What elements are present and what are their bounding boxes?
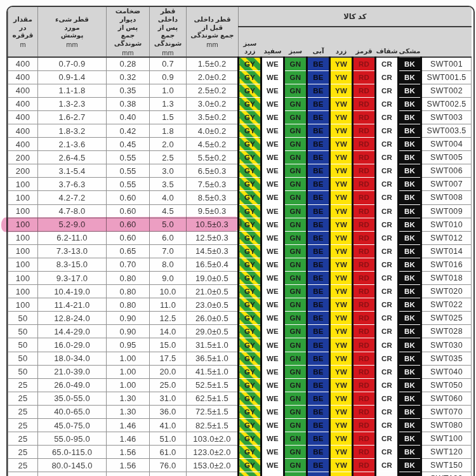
color-name-text: شفاف [376, 47, 399, 55]
object-diameter-cell: 1.6-2.7 [38, 110, 107, 124]
measure-unit-label: mm [187, 41, 238, 48]
wall-thickness-cell: 0.90 [107, 325, 150, 338]
wall-thickness-cell: 0.42 [107, 124, 150, 137]
wall-thickness-cell: 0.38 [107, 97, 150, 110]
table-row: 4001.1-1.80.351.02.5±0.2GYWEGNBEYWRDCRBK… [8, 84, 472, 97]
color-code-cell-cr: CR [376, 419, 399, 432]
wall-thickness-cell: 0.95 [107, 338, 150, 352]
product-code-cell: SWT010 [421, 218, 472, 231]
color-code-cell-yw: YW [330, 244, 353, 258]
color-code-cell-gn: GN [284, 164, 307, 178]
color-name-header-bk: مشکی [399, 27, 421, 57]
color-code-cell-yw: YW [330, 178, 353, 191]
color-code-cell-rd: RD [353, 285, 376, 298]
product-code-cell: SWT014 [421, 244, 472, 258]
color-code-cell-be: BE [307, 432, 330, 446]
color-code-cell-we: WE [261, 419, 284, 432]
color-code-cell-bk: BK [399, 285, 421, 298]
color-code-cell-be: BE [307, 392, 330, 405]
color-code-cell-rd: RD [353, 218, 376, 231]
color-code-cell-cr: CR [376, 97, 399, 110]
wall-thickness-cell: 0.55 [107, 164, 150, 178]
diameter-after-cell: 51.0 [150, 432, 187, 446]
spool-amount-cell: 200 [8, 164, 38, 178]
color-code-cell-bk: BK [399, 298, 421, 312]
wall-thickness-cell: 0.32 [107, 70, 150, 84]
color-code-cell-gy: GY [239, 258, 261, 271]
color-code-cell-gn: GN [284, 472, 307, 476]
color-code-cell-yw: YW [330, 298, 353, 312]
color-code-cell-yw: YW [330, 419, 353, 432]
product-code-cell: SWT004 [421, 138, 472, 151]
color-code-cell-rd: RD [353, 419, 376, 432]
product-code-cell: SWT007 [421, 178, 472, 191]
color-code-cell-gn: GN [284, 392, 307, 405]
color-code-cell-gy: GY [239, 218, 261, 231]
color-code-cell-cr: CR [376, 84, 399, 97]
diameter-after-cell: 3.0 [150, 164, 187, 178]
color-code-cell-bk: BK [399, 110, 421, 124]
color-code-cell-gn: GN [284, 124, 307, 137]
color-code-cell-cr: CR [376, 124, 399, 137]
diameter-before-cell: 183.0±2.0 [187, 472, 239, 476]
object-diameter-cell: 2.1-3.6 [38, 138, 107, 151]
color-code-cell-yw: YW [330, 231, 353, 244]
table-header: مقداردرقرقرهmقطر شیءموردپوششmmضخامت دیوا… [8, 7, 472, 57]
color-code-cell-be: BE [307, 124, 330, 137]
diameter-after-cell: 1.8 [150, 124, 187, 137]
object-diameter-cell: 80.0-145.0 [38, 459, 107, 472]
color-code-cell-gn: GN [284, 84, 307, 97]
color-code-cell-gy: GY [239, 285, 261, 298]
color-code-cell-gy: GY [239, 432, 261, 446]
color-code-cell-cr: CR [376, 204, 399, 218]
table-row: 2555.0-95.01.4651.0103.0±2.0GYWEGNBEYWRD… [8, 432, 472, 446]
color-code-cell-be: BE [307, 164, 330, 178]
color-code-cell-bk: BK [399, 352, 421, 365]
color-code-cell-gy: GY [239, 164, 261, 178]
color-code-cell-gn: GN [284, 70, 307, 84]
color-code-cell-rd: RD [353, 204, 376, 218]
diameter-after-cell: 5.0 [150, 218, 187, 231]
table-row: 4000.7-0.90.280.71.5±0.2GYWEGNBEYWRDCRBK… [8, 57, 472, 70]
product-code-cell: SWT050 [421, 378, 472, 392]
diameter-after-cell: 12.5 [150, 312, 187, 325]
spec-table: مقداردرقرقرهmقطر شیءموردپوششmmضخامت دیوا… [8, 7, 472, 476]
table-row: 1008.3-15.00.708.016.5±0.4GYWEGNBEYWRDCR… [8, 258, 472, 271]
wall-thickness-cell: 0.60 [107, 218, 150, 231]
color-code-cell-rd: RD [353, 352, 376, 365]
measure-column-header: ضخامت دیوارپس ازجمع شوندگیmm [107, 7, 150, 57]
wall-thickness-cell: 0.55 [107, 178, 150, 191]
table-row: 5012.8-24.00.9012.526.0±0.5GYWEGNBEYWRDC… [8, 312, 472, 325]
product-code-cell: SWT012 [421, 231, 472, 244]
color-code-cell-be: BE [307, 84, 330, 97]
object-diameter-cell: 11.4-21.0 [38, 298, 107, 312]
object-diameter-cell: 35.0-55.0 [38, 392, 107, 405]
color-code-cell-we: WE [261, 392, 284, 405]
color-code-cell-cr: CR [376, 459, 399, 472]
measure-unit-label: mm [38, 41, 106, 48]
object-diameter-cell: 14.4-29.0 [38, 325, 107, 338]
spool-amount-cell: 50 [8, 312, 38, 325]
measure-unit-label: mm [107, 49, 149, 56]
color-code-cell-bk: BK [399, 325, 421, 338]
diameter-after-cell: 9.0 [150, 271, 187, 284]
color-code-cell-yw: YW [330, 312, 353, 325]
table-row: 1009.3-17.00.809.019.0±0.5GYWEGNBEYWRDCR… [8, 271, 472, 284]
color-code-cell-we: WE [261, 271, 284, 284]
diameter-before-cell: 52.5±1.5 [187, 378, 239, 392]
color-code-cell-yw: YW [330, 57, 353, 70]
measure-header-line: پس از [150, 23, 186, 32]
product-code-cell: SWT003 [421, 110, 472, 124]
spool-amount-cell: 25 [8, 378, 38, 392]
measure-column-header: قطر شیءموردپوششmm [38, 7, 107, 57]
color-code-cell-gy: GY [239, 405, 261, 418]
color-code-cell-rd: RD [353, 472, 376, 476]
diameter-after-cell: 7.0 [150, 244, 187, 258]
color-code-cell-be: BE [307, 459, 330, 472]
color-code-cell-bk: BK [399, 178, 421, 191]
color-code-cell-be: BE [307, 405, 330, 418]
diameter-after-cell: 2.0 [150, 138, 187, 151]
color-name-header-we: سفید [261, 27, 284, 57]
spool-amount-cell: 50 [8, 325, 38, 338]
spool-amount-cell: 400 [8, 124, 38, 137]
